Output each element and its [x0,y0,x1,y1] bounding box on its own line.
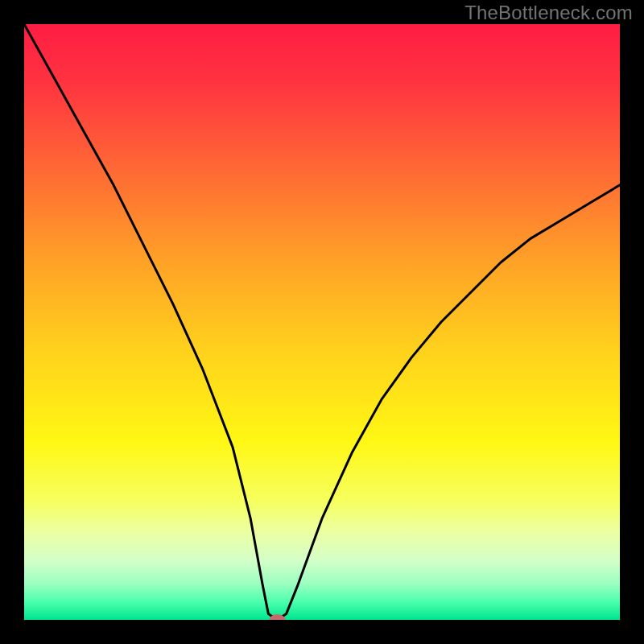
bottleneck-chart: TheBottleneck.com [0,0,644,644]
frame [0,620,644,644]
watermark: TheBottleneck.com [464,2,633,24]
chart-svg [0,0,644,644]
frame [620,0,644,644]
plot-background [24,24,620,620]
frame [0,0,24,644]
